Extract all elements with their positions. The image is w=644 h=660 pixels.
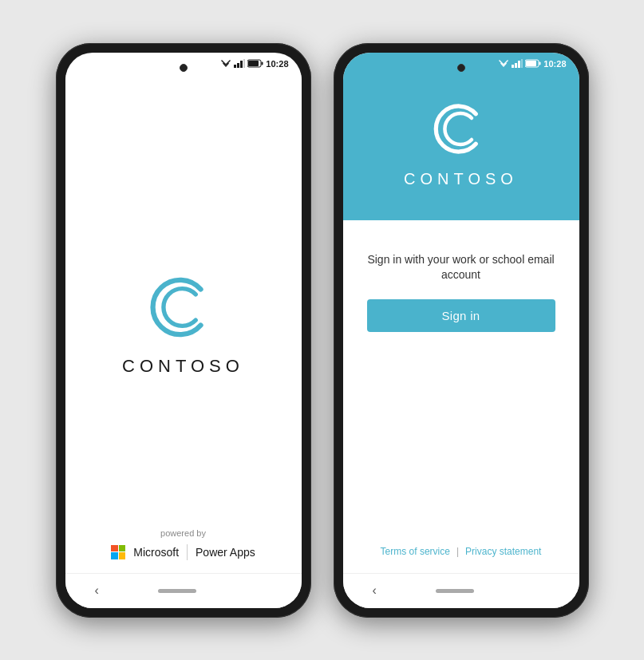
- svg-rect-13: [518, 61, 520, 68]
- svg-rect-5: [243, 59, 245, 68]
- phone-2: 10:28 CONTOSO Sign in with your work or …: [334, 43, 589, 618]
- wifi-icon: [220, 59, 231, 68]
- powered-by-area: powered by Microsoft Power Apps: [65, 528, 302, 560]
- power-apps-text: Power Apps: [196, 546, 255, 559]
- back-button-1[interactable]: ‹: [95, 583, 99, 598]
- home-pill-2[interactable]: [436, 589, 474, 593]
- signin-main: Sign in with your work or school email a…: [367, 252, 555, 332]
- splash-screen: CONTOSO powered by Microsoft: [65, 75, 302, 573]
- svg-marker-10: [499, 60, 508, 65]
- powered-by-label: powered by: [160, 528, 206, 538]
- signin-header: CONTOSO: [343, 75, 579, 220]
- footer-links: Terms of service | Privacy statement: [381, 546, 542, 557]
- signal-icon: [234, 59, 245, 68]
- battery-icon-2: [525, 59, 541, 68]
- svg-rect-11: [512, 65, 514, 68]
- ms-divider: [187, 544, 188, 560]
- back-button-2[interactable]: ‹: [373, 583, 377, 598]
- ms-powerapps-row: Microsoft Power Apps: [111, 544, 255, 560]
- status-icons-2: 10:28: [498, 59, 566, 69]
- microsoft-text: Microsoft: [133, 546, 179, 559]
- ms-sq-red: [111, 545, 118, 552]
- splash-main: CONTOSO powered by Microsoft: [65, 75, 302, 573]
- contoso-logo-icon: [147, 271, 219, 343]
- svg-rect-7: [262, 62, 263, 65]
- contoso-logo-area: CONTOSO: [122, 271, 244, 377]
- svg-rect-14: [521, 59, 523, 68]
- svg-rect-12: [515, 63, 517, 68]
- status-icons-1: 10:28: [220, 59, 288, 69]
- privacy-link[interactable]: Privacy statement: [465, 546, 541, 557]
- svg-rect-16: [539, 62, 541, 65]
- ms-sq-blue: [111, 552, 118, 559]
- svg-rect-4: [240, 61, 243, 68]
- nav-bar-2: ‹: [343, 573, 579, 608]
- svg-rect-3: [237, 63, 239, 68]
- svg-rect-2: [234, 65, 236, 68]
- svg-rect-8: [248, 61, 259, 66]
- front-camera: [180, 64, 188, 72]
- svg-rect-17: [526, 61, 536, 66]
- ms-sq-yellow: [119, 552, 126, 559]
- app-name-2: CONTOSO: [404, 170, 518, 188]
- terms-link[interactable]: Terms of service: [381, 546, 450, 557]
- wifi-icon-2: [498, 59, 509, 68]
- ms-sq-green: [119, 545, 126, 552]
- signal-icon-2: [512, 59, 523, 68]
- home-pill-1[interactable]: [158, 589, 196, 593]
- time-display-2: 10:28: [543, 59, 566, 69]
- battery-icon: [247, 59, 263, 68]
- signin-bottom: Sign in with your work or school email a…: [343, 220, 579, 573]
- microsoft-logo-icon: [111, 545, 125, 559]
- contoso-logo-icon-2: [431, 99, 491, 159]
- app-name-1: CONTOSO: [122, 356, 244, 377]
- signin-prompt: Sign in with your work or school email a…: [367, 252, 555, 283]
- time-display-1: 10:28: [266, 59, 288, 69]
- nav-bar-1: ‹: [65, 573, 302, 608]
- phone-1: 10:28 CONTOSO: [56, 43, 311, 618]
- sign-in-button[interactable]: Sign in: [367, 299, 555, 332]
- svg-marker-1: [221, 60, 231, 65]
- footer-separator: |: [456, 546, 459, 557]
- front-camera-2: [457, 64, 465, 72]
